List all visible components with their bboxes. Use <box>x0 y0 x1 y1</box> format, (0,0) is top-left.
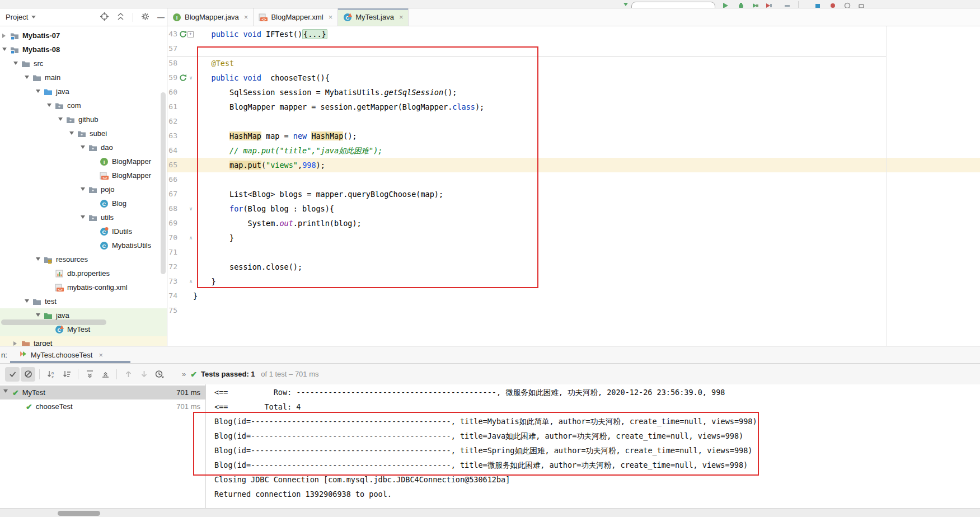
project-panel-header: Project — <box>0 8 167 26</box>
update-button[interactable] <box>814 1 822 8</box>
project-vertical-scrollbar[interactable] <box>161 92 166 274</box>
project-tree-item-target[interactable]: target <box>0 336 167 346</box>
close-icon[interactable]: × <box>99 351 103 359</box>
code-line-43[interactable]: 43+ public void IFTest(){...} <box>167 27 980 41</box>
profiler-button[interactable] <box>766 1 773 8</box>
project-tree-item-blogmapper[interactable]: IBlogMapper <box>0 154 167 168</box>
settings-icon[interactable] <box>141 12 149 22</box>
project-tree-item-src[interactable]: src <box>0 57 167 70</box>
test-tree-item-mytest[interactable]: ✔MyTest701 ms <box>0 386 205 400</box>
project-tree-item-mybatis-config-xml[interactable]: <>mybatis-config.xml <box>0 280 167 294</box>
project-tree-item-blogmapper[interactable]: <>BlogMapper <box>0 168 167 182</box>
expand-all-button[interactable] <box>82 367 97 382</box>
code-line-64[interactable]: 64 // map.put("title","java如此困难"); <box>167 143 980 158</box>
close-icon[interactable]: × <box>399 13 404 21</box>
next-failed-test-button[interactable] <box>137 367 151 382</box>
chevron-expanded-icon[interactable] <box>47 104 51 109</box>
editor-tab-blogmapper-xml[interactable]: <>BlogMapper.xml× <box>254 8 338 26</box>
project-tree-item-idutils[interactable]: CIDutils <box>0 224 167 238</box>
rerun-test-icon[interactable] <box>179 74 187 82</box>
project-tree-item-mybatis-07[interactable]: Mybatis-07 <box>0 29 167 43</box>
stop-button[interactable] <box>784 1 791 8</box>
code-line-68[interactable]: 68∨ for(Blog blog : blogs){ <box>167 201 980 216</box>
chevron-expanded-icon[interactable] <box>2 48 7 53</box>
chevron-collapsed-icon[interactable] <box>13 341 19 346</box>
test-console[interactable]: <== Row: -------------------------------… <box>206 384 980 509</box>
code-line-69[interactable]: 69 System.out.println(blog); <box>167 216 980 231</box>
run-configurations-combo[interactable] <box>631 2 715 8</box>
locate-icon[interactable] <box>100 12 109 22</box>
collapse-all-button[interactable] <box>98 367 112 382</box>
project-tree-item-mybatisutils[interactable]: CMybatisUtils <box>0 238 167 252</box>
close-icon[interactable]: × <box>329 13 333 21</box>
previous-failed-test-button[interactable] <box>121 367 135 382</box>
project-tree-item-com[interactable]: com <box>0 98 167 112</box>
project-tree-item-utils[interactable]: utils <box>0 210 167 224</box>
horizontal-scrollbar-thumb[interactable] <box>58 511 100 516</box>
hide-icon[interactable]: — <box>157 13 165 21</box>
editor-body[interactable]: 43+ public void IFTest(){...}5758 @Test5… <box>167 26 980 346</box>
code-line-61[interactable]: 61 BlogMapper mapper = session.getMapper… <box>167 100 980 114</box>
code-line-63[interactable]: 63 HashMap map = new HashMap(); <box>167 129 980 143</box>
chevron-expanded-icon[interactable] <box>81 187 85 193</box>
chevron-expanded-icon[interactable] <box>36 90 40 95</box>
project-tree-item-pojo[interactable]: pojo <box>0 182 167 196</box>
project-tree-item-main[interactable]: main <box>0 70 167 84</box>
project-tree-item-github[interactable]: github <box>0 112 167 126</box>
code-line-62[interactable]: 62 <box>167 114 980 129</box>
show-passed-button[interactable] <box>5 367 20 382</box>
chevron-expanded-icon[interactable] <box>81 215 85 221</box>
project-tree-item-dao[interactable]: dao <box>0 140 167 154</box>
chevron-expanded-icon[interactable] <box>58 118 63 123</box>
sort-alphabetically-button[interactable]: az <box>44 367 58 382</box>
code-line-60[interactable]: 60 SqlSession session = MybatisUtils.get… <box>167 85 980 100</box>
chevron-expanded-icon[interactable] <box>13 62 18 67</box>
help-button[interactable] <box>844 1 852 8</box>
search-everywhere-button[interactable] <box>858 1 866 8</box>
code-line-74[interactable]: 74} <box>167 289 980 303</box>
project-tree-item-test[interactable]: test <box>0 294 167 308</box>
code-line-66[interactable]: 66 <box>167 172 980 187</box>
code-line-57[interactable]: 57 <box>167 41 980 56</box>
chevron-expanded-icon[interactable] <box>3 389 8 395</box>
project-view-dropdown[interactable]: Project <box>0 13 36 21</box>
code-line-72[interactable]: 72 session.close(); <box>167 260 980 274</box>
code-line-70[interactable]: 70∧ } <box>167 231 980 245</box>
coverage-button[interactable] <box>752 1 760 8</box>
editor-tab-mytest-java[interactable]: CMyTest.java× <box>338 8 409 26</box>
code-line-59[interactable]: 59∨ public void chooseTest(){ <box>167 70 980 85</box>
show-ignored-button[interactable] <box>21 367 35 382</box>
close-icon[interactable]: × <box>244 13 248 21</box>
chevron-expanded-icon[interactable] <box>36 257 40 263</box>
chevron-expanded-icon[interactable] <box>81 145 85 151</box>
code-line-65[interactable]: 65 map.put("views",998); <box>167 158 980 172</box>
chevron-expanded-icon[interactable] <box>25 76 29 81</box>
collapse-all-icon[interactable] <box>116 12 125 22</box>
code-line-73[interactable]: 73∧ } <box>167 274 980 289</box>
rerun-test-icon[interactable] <box>179 30 187 38</box>
run-config-chevron-icon[interactable] <box>622 0 630 8</box>
project-horizontal-scrollbar[interactable] <box>1 319 106 325</box>
notifications-button[interactable] <box>829 1 837 8</box>
sort-by-duration-button[interactable] <box>59 367 74 382</box>
code-line-71[interactable]: 71 <box>167 245 980 260</box>
project-tree-item-resources[interactable]: resources <box>0 252 167 266</box>
chevron-expanded-icon[interactable] <box>36 313 40 319</box>
test-history-button[interactable] <box>152 367 167 382</box>
code-line-58[interactable]: 58 @Test <box>167 56 980 70</box>
code-line-67[interactable]: 67 List<Blog> blogs = mapper.queryBlogCh… <box>167 187 980 201</box>
editor-tab-blogmapper-java[interactable]: IBlogMapper.java× <box>167 8 254 26</box>
project-tree-item-blog[interactable]: CBlog <box>0 196 167 210</box>
chevron-collapsed-icon[interactable] <box>2 34 8 38</box>
chevron-expanded-icon[interactable] <box>25 299 29 305</box>
project-tree-item-subei[interactable]: subei <box>0 126 167 140</box>
project-tree-item-mybatis-08[interactable]: Mybatis-08 <box>0 43 167 57</box>
code-line-75[interactable]: 75 <box>167 303 980 318</box>
project-tree-item-java[interactable]: java <box>0 84 167 98</box>
test-tree-item-choosetest[interactable]: ✔chooseTest701 ms <box>0 400 205 413</box>
more-options-icon[interactable]: » <box>182 370 185 378</box>
chevron-expanded-icon[interactable] <box>69 131 74 137</box>
debug-button[interactable] <box>738 1 745 8</box>
run-button[interactable] <box>722 1 730 8</box>
project-tree-item-db-properties[interactable]: db.properties <box>0 266 167 280</box>
